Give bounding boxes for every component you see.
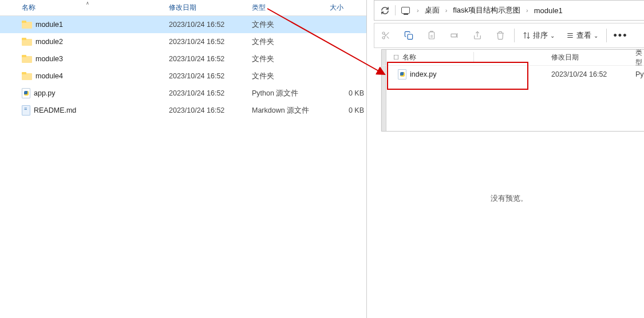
- breadcrumb-item[interactable]: module1: [534, 6, 563, 15]
- sort-button[interactable]: 排序 ⌄: [517, 30, 560, 41]
- breadcrumb[interactable]: › 桌面 › flask项目结构示意图 › module1: [395, 5, 644, 15]
- rename-button[interactable]: [443, 24, 466, 47]
- markdown-file-icon: [22, 105, 30, 116]
- view-label: 查看: [576, 30, 591, 41]
- file-date: 2023/10/24 16:52: [169, 55, 224, 63]
- breadcrumb-item[interactable]: 桌面: [425, 5, 440, 15]
- copy-button[interactable]: [397, 24, 420, 47]
- separator: [514, 29, 515, 42]
- file-row[interactable]: README.md 2023/10/24 16:52 Markdown 源文件 …: [0, 102, 366, 119]
- sort-label: 排序: [533, 30, 548, 41]
- column-header-date[interactable]: 修改日期: [169, 3, 196, 13]
- paste-button[interactable]: [420, 24, 443, 47]
- file-row[interactable]: index.py 2023/10/24 16:52 Pyt: [382, 66, 644, 83]
- file-name: module3: [35, 55, 63, 63]
- chevron-right-icon: ›: [413, 7, 422, 14]
- file-name: module1: [35, 21, 63, 29]
- python-file-icon: [398, 69, 406, 80]
- column-header-type[interactable]: 类型: [252, 3, 266, 13]
- file-type: Markdown 源文件: [252, 106, 309, 116]
- column-header-name[interactable]: 名称: [22, 3, 35, 13]
- preview-pane: 没有预览。: [374, 132, 644, 318]
- address-bar: › 桌面 › flask项目结构示意图 › module1: [374, 0, 644, 21]
- column-header-name[interactable]: 名称: [402, 53, 416, 62]
- file-date: 2023/10/24 16:52: [169, 38, 224, 46]
- file-name: app.py: [34, 89, 56, 97]
- view-button[interactable]: 查看 ⌄: [560, 30, 604, 41]
- column-separator[interactable]: [473, 52, 474, 63]
- breadcrumb-item[interactable]: flask项目结构示意图: [453, 5, 520, 15]
- monitor-icon: [401, 7, 410, 14]
- chevron-down-icon: ⌄: [550, 33, 555, 39]
- file-row[interactable]: module2 2023/10/24 16:52 文件夹: [0, 33, 366, 50]
- folder-icon: [22, 72, 32, 80]
- chevron-right-icon: ›: [442, 7, 451, 14]
- file-date: 2023/10/24 16:52: [169, 89, 224, 97]
- column-header-row: ☐ 名称 修改日期 类型: [382, 50, 644, 66]
- chevron-down-icon: ⌄: [594, 33, 598, 39]
- no-preview-label: 没有预览。: [374, 193, 644, 204]
- share-button[interactable]: [466, 24, 489, 47]
- refresh-button[interactable]: [374, 0, 395, 21]
- column-header-date[interactable]: 修改日期: [551, 53, 579, 62]
- file-row[interactable]: module3 2023/10/24 16:52 文件夹: [0, 50, 366, 67]
- delete-button[interactable]: [489, 24, 512, 47]
- file-type: Python 源文件: [252, 89, 298, 98]
- file-row[interactable]: module4 2023/10/24 16:52 文件夹: [0, 67, 366, 85]
- file-date: 2023/10/24 16:52: [169, 106, 224, 114]
- column-header-row: ∧ 名称 修改日期 类型 大小: [0, 0, 366, 16]
- file-date: 2023/10/24 16:52: [169, 21, 224, 29]
- svg-point-1: [382, 37, 385, 39]
- file-size: 0 KB: [330, 89, 364, 97]
- file-name: module2: [35, 38, 63, 46]
- file-type: 文件夹: [252, 71, 274, 81]
- svg-rect-4: [451, 34, 456, 37]
- file-type: 文件夹: [252, 54, 274, 64]
- folder-icon: [22, 38, 32, 46]
- chevron-up-icon: ∧: [86, 1, 89, 6]
- file-row[interactable]: app.py 2023/10/24 16:52 Python 源文件 0 KB: [0, 85, 366, 102]
- file-date: 2023/10/24 16:52: [551, 70, 607, 78]
- cut-button[interactable]: [374, 24, 397, 47]
- more-button[interactable]: •••: [609, 24, 632, 47]
- folder-icon: [22, 21, 32, 29]
- chevron-right-icon: ›: [523, 7, 532, 14]
- folder-icon: [22, 55, 32, 63]
- column-header-size[interactable]: 大小: [330, 3, 343, 13]
- file-list-pane-right: ☐ 名称 修改日期 类型 index.py 2023/10/24 16:52 P…: [381, 49, 644, 132]
- file-size: 0 KB: [330, 106, 364, 114]
- file-row[interactable]: module1 2023/10/24 16:52 文件夹: [0, 16, 366, 33]
- column-header-type[interactable]: 类型: [635, 48, 644, 67]
- file-type: 文件夹: [252, 37, 274, 47]
- file-name: index.py: [410, 70, 437, 78]
- file-date: 2023/10/24 16:52: [169, 72, 224, 80]
- file-name: README.md: [34, 106, 76, 114]
- checkbox-icon[interactable]: ☐: [393, 54, 399, 61]
- file-list-pane-left: ∧ 名称 修改日期 类型 大小 module1 2023/10/24 16:52…: [0, 0, 367, 318]
- svg-rect-2: [408, 34, 413, 39]
- file-type: Pyt: [635, 70, 644, 78]
- file-type: 文件夹: [252, 20, 274, 30]
- svg-point-0: [382, 32, 385, 34]
- file-name: module4: [35, 72, 63, 80]
- toolbar: 排序 ⌄ 查看 ⌄ •••: [374, 23, 644, 48]
- separator: [606, 29, 607, 42]
- python-file-icon: [22, 88, 30, 98]
